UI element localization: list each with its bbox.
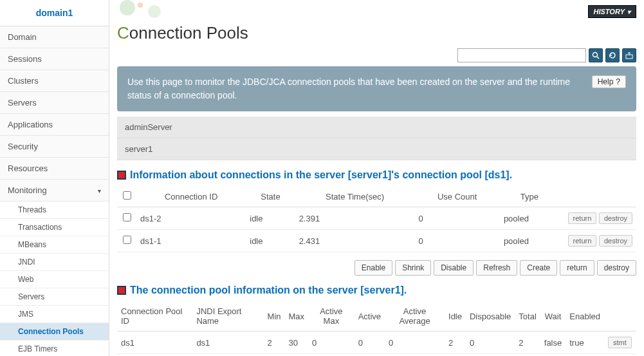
column-header: Connection ID [136,186,246,207]
sidebar-item-monitoring[interactable]: Monitoring [0,180,109,201]
sidebar-item-resources[interactable]: Resources [0,158,109,180]
chevron-down-icon [98,185,101,195]
decor-icon [116,0,167,19]
enable-button[interactable]: Enable [354,260,392,276]
column-header: Active [354,301,385,332]
column-header: Idle [445,301,466,332]
stmt-button[interactable]: stmt [608,337,632,348]
search-icon[interactable] [589,48,603,62]
search-input[interactable] [457,48,586,62]
create-button[interactable]: Create [520,260,557,276]
column-header: Total [515,301,540,332]
pool-info-table: Connection Pool IDJNDI Export NameMinMax… [117,301,636,356]
sidebar-item-servers[interactable]: Servers [0,92,109,114]
refresh-icon[interactable] [605,48,620,62]
sidebar-item-applications[interactable]: Applications [0,114,109,136]
column-header: State [246,186,295,207]
sidebar-subitem-connection-pools[interactable]: Connection Pools [0,323,109,341]
sidebar-subitem-mbeans[interactable]: MBeans [0,236,109,254]
section-title-connections: Information about connections in the ser… [117,169,636,181]
table-row: ds1ds1230000202falsetruestmt [117,332,636,354]
sidebar-item-security[interactable]: Security [0,136,109,158]
sidebar-subitem-ejb-timers[interactable]: EJB Timers [0,341,109,356]
column-header: Enabled [566,301,604,332]
column-header: JNDI Export Name [192,301,263,332]
select-all-checkbox[interactable] [123,191,131,200]
server-row-server1[interactable]: server1 [117,138,636,160]
table-row: ds2 *ds2230000000falsefalsestmt [117,354,636,357]
destroy-button[interactable]: destroy [599,212,632,224]
action-buttons: EnableShrinkDisableRefreshCreatereturnde… [117,260,636,276]
page-title: Connection Pools [117,18,636,48]
refresh-button[interactable]: Refresh [476,260,517,276]
disable-button[interactable]: Disable [434,260,474,276]
return-button[interactable]: return [568,212,597,224]
sidebar-subitem-jndi[interactable]: JNDI [0,254,109,271]
row-checkbox[interactable] [123,236,131,244]
svg-point-2 [148,5,161,18]
column-header: Max [285,301,309,332]
sidebar-item-sessions[interactable]: Sessions [0,48,109,70]
section-icon [117,286,126,295]
column-header: Use Count [414,186,499,207]
server-row-adminserver[interactable]: adminServer [117,117,636,138]
export-xml-icon[interactable] [622,48,636,62]
help-button[interactable]: Help ? [592,75,626,88]
column-header: Connection Pool ID [117,301,192,332]
connections-table: Connection IDStateState Time(sec)Use Cou… [117,186,636,252]
sidebar-subitem-transactions[interactable]: Transactions [0,219,109,236]
sidebar-item-domain[interactable]: Domain [0,26,109,48]
row-checkbox[interactable] [123,213,131,221]
table-row: ds1-1idle2.4310pooledreturn destroy [117,230,636,252]
info-banner: Use this page to monitor the JDBC/JCA co… [117,66,636,111]
column-header: Type [500,186,559,207]
svg-point-3 [593,53,598,57]
return-button[interactable]: return [560,260,594,276]
help-icon: ? [616,77,620,86]
sidebar-title[interactable]: domain1 [0,0,109,26]
sidebar-subitem-servers[interactable]: Servers [0,288,109,306]
table-row: ds1-2idle2.3910pooledreturn destroy [117,207,636,230]
destroy-button[interactable]: destroy [599,235,632,247]
section-title-poolinfo: The connection pool information on the s… [117,285,636,296]
history-button[interactable]: HISTORY [588,5,637,18]
column-header: Active Max [308,301,354,332]
sidebar-item-clusters[interactable]: Clusters [0,70,109,92]
section-icon [117,171,126,180]
column-header: Wait [540,301,566,332]
sidebar-subitem-threads[interactable]: Threads [0,201,109,219]
main-content: HISTORY Connection Pools Use this page t… [109,0,644,356]
destroy-button[interactable]: destroy [597,260,636,276]
column-header: Min [264,301,285,332]
svg-line-4 [597,57,599,59]
sidebar: domain1 DomainSessionsClustersServersApp… [0,0,109,356]
return-button[interactable]: return [568,235,597,247]
svg-point-1 [138,3,143,8]
chevron-down-icon [627,8,630,15]
server-list: adminServerserver1 [117,117,636,160]
sidebar-subitem-web[interactable]: Web [0,271,109,288]
column-header: State Time(sec) [295,186,415,207]
shrink-button[interactable]: Shrink [395,260,431,276]
svg-point-0 [120,0,135,15]
sidebar-subitem-jms[interactable]: JMS [0,306,109,323]
column-header: Active Average [385,301,445,332]
column-header: Disposable [466,301,515,332]
